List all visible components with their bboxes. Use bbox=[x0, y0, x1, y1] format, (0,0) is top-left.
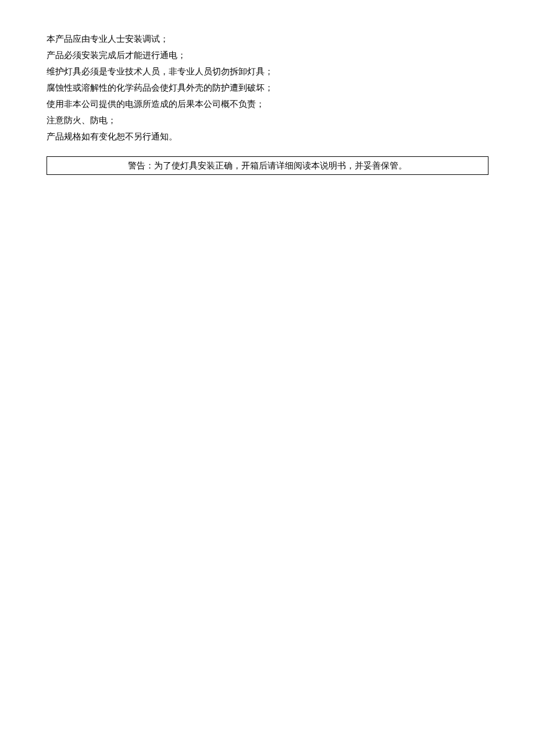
warning-text: 警告：为了使灯具安装正确，开箱后请详细阅读本说明书，并妥善保管。 bbox=[128, 161, 407, 170]
instruction-item: 维护灯具必须是专业技术人员，非专业人员切勿拆卸灯具； bbox=[47, 65, 488, 78]
instruction-item: 使用非本公司提供的电源所造成的后果本公司概不负责； bbox=[47, 97, 488, 111]
instruction-item: 本产品应由专业人士安装调试； bbox=[47, 32, 488, 46]
instruction-item: 产品必须安装完成后才能进行通电； bbox=[47, 48, 488, 62]
warning-box: 警告：为了使灯具安装正确，开箱后请详细阅读本说明书，并妥善保管。 bbox=[47, 156, 488, 175]
instruction-item: 产品规格如有变化恕不另行通知。 bbox=[47, 130, 488, 144]
instruction-list: 本产品应由专业人士安装调试； 产品必须安装完成后才能进行通电； 维护灯具必须是专… bbox=[47, 32, 488, 144]
instruction-item: 注意防火、防电； bbox=[47, 113, 488, 127]
document-content: 本产品应由专业人士安装调试； 产品必须安装完成后才能进行通电； 维护灯具必须是专… bbox=[47, 32, 488, 175]
instruction-item: 腐蚀性或溶解性的化学药品会使灯具外壳的防护遭到破坏； bbox=[47, 81, 488, 95]
